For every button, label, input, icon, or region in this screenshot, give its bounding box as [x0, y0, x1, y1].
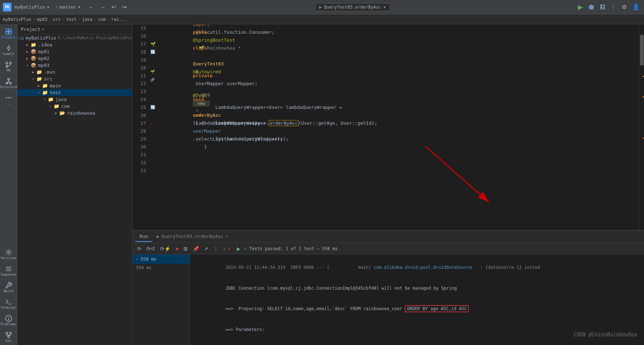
coverage-button[interactable]: ⛾	[599, 3, 607, 12]
tree-item-rainbowsea[interactable]: ▶ 📂 rainbowsea	[17, 110, 132, 116]
nav-back-button[interactable]: ←	[86, 2, 96, 12]
nav-undo-button[interactable]: ↩	[109, 2, 118, 12]
tree-item-label: mp01	[38, 49, 49, 54]
test-item-pass-icon: ✓	[136, 257, 139, 262]
test-status-area: ✓ ✗	[223, 246, 231, 252]
sidebar-item-problems[interactable]: Problems	[1, 313, 17, 328]
console-line-3: ==> Preparing: SELECT id,name,age,email,…	[194, 299, 640, 319]
tree-item-mvn[interactable]: ▶ 📁 .mvn	[17, 69, 132, 75]
sidebar-item-project[interactable]: Project	[1, 26, 17, 42]
run-button[interactable]: ▶	[576, 2, 584, 13]
tab-run-label: Run	[140, 234, 148, 239]
breadcrumb-mp03[interactable]: mp03	[37, 17, 47, 22]
svg-point-8	[6, 62, 8, 64]
tab-querytest[interactable]: ▶ QueryTest03.orderByAsc ✕	[152, 231, 232, 242]
sidebar-label-build: Build	[4, 290, 13, 293]
nav-forward-button[interactable]: →	[98, 2, 108, 12]
breadcrumb-mybatisplus[interactable]: myBatisPlus	[3, 17, 31, 22]
editor-area[interactable]: 15 import java.util.function.Consumer; 1…	[132, 24, 644, 230]
svg-point-19	[10, 97, 11, 98]
tree-item-test[interactable]: ▾ 📁 test	[17, 89, 132, 96]
tree-item-label: test	[50, 90, 61, 95]
sidebar-item-terminal[interactable]: Terminal	[1, 296, 17, 312]
tree-item-mp03[interactable]: ▾ 📦 mp03	[17, 62, 132, 69]
settings-button[interactable]: ⚙	[620, 2, 628, 12]
module-icon: 🗂	[19, 35, 24, 41]
module-icon: 📦	[30, 56, 37, 61]
nav-redo-button[interactable]: ↪	[120, 2, 129, 12]
folder-icon: 📁	[47, 97, 54, 102]
console-output[interactable]: 2024-09-21 11:44:34.319 INFO 6808 --- [ …	[190, 254, 644, 345]
tab-run[interactable]: Run	[135, 231, 152, 242]
sidebar-label-git: Git	[5, 339, 11, 343]
bottom-toolbar: ⟳ ⟳↺ ⟳⚡ ■ ⊞ 📌 ↗ ⋮ ✓ ✗ ▶ ✓ Tests passed: …	[132, 243, 644, 254]
tree-item-com[interactable]: ▾ 📁 com	[17, 103, 132, 110]
sidebar-item-services[interactable]: Services	[1, 247, 17, 262]
pin-tab-button[interactable]: 📌	[191, 245, 201, 253]
editor-scrollbar[interactable]	[639, 24, 644, 230]
tree-arrow: ▶	[24, 56, 30, 60]
test-pass-icon: ✓	[223, 246, 226, 252]
svg-rect-0	[6, 29, 8, 32]
sidebar-label-project: Project	[2, 36, 15, 40]
tree-item-src[interactable]: ▾ 📁 src	[17, 75, 132, 82]
breadcrumb-src[interactable]: src	[53, 17, 61, 22]
tree-item-main[interactable]: ▶ 📁 main	[17, 82, 132, 89]
tab-querytest-label: QueryTest03.orderByAsc	[162, 234, 223, 239]
folder-icon: 📁	[42, 83, 48, 88]
folder-icon: 📁	[36, 69, 42, 75]
tree-arrow: ▶	[24, 43, 30, 47]
folder-icon: 📁	[53, 104, 60, 109]
project-panel-title: Project	[21, 27, 41, 32]
breadcrumb-rai[interactable]: rai...	[111, 17, 127, 22]
project-panel-header[interactable]: Project ▾	[17, 24, 132, 34]
rerun-button[interactable]: ⟳	[135, 245, 143, 253]
more-run-button[interactable]: ⋮	[609, 3, 617, 12]
sidebar-item-more[interactable]: ...	[1, 92, 17, 108]
tree-item-java[interactable]: ▾ 📁 java	[17, 96, 132, 103]
tree-item-label: java	[55, 97, 67, 102]
scroll-indicator-3	[643, 138, 644, 139]
tree-arrow: ▶	[30, 70, 36, 74]
code-line-31: 31	[132, 151, 639, 159]
breadcrumb-java[interactable]: java	[82, 17, 92, 22]
debug-button[interactable]: ⬟	[587, 2, 596, 13]
tree-item-mp01[interactable]: ▶ 📦 mp01	[17, 48, 132, 55]
console-line-5: <== Columns: id, name, age, email, desc	[194, 340, 640, 345]
settings-panel-button[interactable]: ↗	[202, 245, 210, 253]
project-panel-chevron: ▾	[42, 27, 44, 31]
tree-item-label: main	[50, 83, 61, 88]
branch-selector[interactable]: ⑂ master ▾	[55, 4, 81, 10]
tree-item-label: com	[61, 104, 69, 109]
sidebar-item-build[interactable]: Build	[1, 280, 17, 295]
run-config-name: QueryTest03.orderByAsc	[324, 5, 381, 10]
breadcrumb-com[interactable]: com	[98, 17, 106, 22]
run-test-button[interactable]: ▶	[235, 245, 242, 253]
toggle-auto-test-button[interactable]: ⟳⚡	[158, 245, 172, 253]
tab-close-icon[interactable]: ✕	[226, 234, 228, 239]
tree-item-idea[interactable]: ▶ 📁 .idea	[17, 41, 132, 48]
rerun-failed-button[interactable]: ⟳↺	[145, 245, 157, 253]
project-tree: ▾ 🗂 myBatisPlus E:\Java\MyBatis-Plus\myB…	[17, 34, 132, 345]
tree-item-path: E:\Java\MyBatis-Plus\myBatisPlus	[58, 36, 132, 40]
restore-layout-button[interactable]: ⊞	[182, 245, 190, 253]
sidebar-item-structure[interactable]: Structure	[1, 75, 17, 91]
breadcrumb-test[interactable]: test	[66, 17, 77, 22]
sidebar-item-git[interactable]: Git	[1, 329, 17, 345]
test-fail-icon: ✗	[228, 246, 231, 252]
test-list-item-558[interactable]: ✓ 558 ms	[132, 254, 190, 264]
scroll-indicator-1	[643, 76, 644, 77]
sidebar-item-commit[interactable]: Commit	[1, 42, 17, 58]
more-actions-button[interactable]: ⋮	[212, 245, 220, 253]
sidebar-item-pr[interactable]: PR	[1, 59, 17, 75]
console-line-4: ==> Parameters:	[194, 319, 640, 340]
folder-icon: 📁	[42, 90, 48, 95]
sidebar-item-sequence[interactable]: Sequence	[1, 263, 17, 279]
project-selector[interactable]: myBatisPlus ▾	[14, 4, 50, 10]
tree-arrow: ▶	[53, 111, 59, 115]
stop-button[interactable]: ■	[174, 245, 180, 253]
tree-item-mybatisplus[interactable]: ▾ 🗂 myBatisPlus E:\Java\MyBatis-Plus\myB…	[17, 34, 132, 41]
run-config-selector[interactable]: ▶ QueryTest03.orderByAsc ▾	[315, 3, 390, 11]
user-icon[interactable]: 👤	[631, 2, 641, 12]
tree-item-mp02[interactable]: ▶ 📦 mp02	[17, 55, 132, 62]
